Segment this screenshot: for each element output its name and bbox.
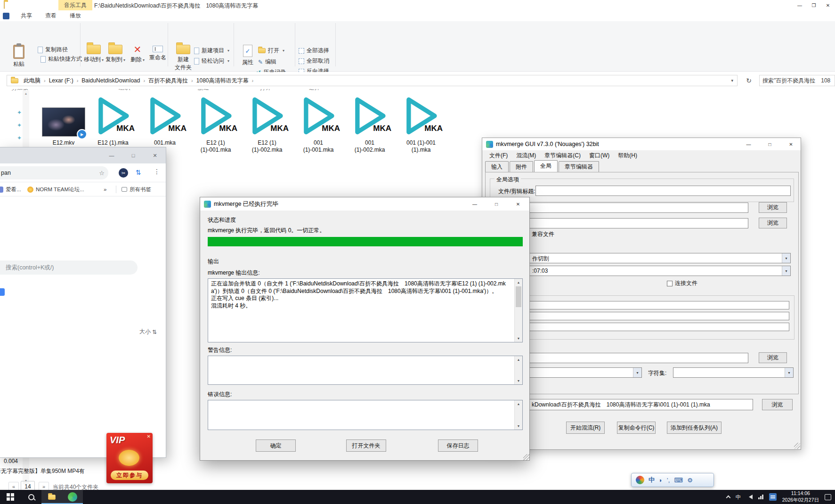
ime-mode-toggle[interactable]: 中 <box>649 476 655 484</box>
webm-compatible-label[interactable]: 兼容文件 <box>532 230 554 238</box>
browser-menu-icon[interactable]: ⋮ <box>154 168 160 175</box>
bookmarks-overflow-icon[interactable]: » <box>104 182 106 196</box>
scrollbar-thumb[interactable] <box>516 286 521 307</box>
paste-button[interactable]: 粘贴 <box>8 45 30 68</box>
all-bookmarks-button[interactable]: 所有书签 <box>122 182 151 196</box>
scroll-up-icon[interactable]: ▲ <box>515 279 522 286</box>
resize-grip[interactable] <box>523 454 529 460</box>
taskbar-explorer-button[interactable] <box>41 490 62 504</box>
tab-chapter-editor[interactable]: 章节编辑器 <box>559 161 599 172</box>
close-icon[interactable]: ✕ <box>507 197 529 211</box>
browser-titlebar[interactable]: — □ ✕ <box>0 147 166 163</box>
tab-input[interactable]: 输入 <box>485 161 509 172</box>
open-folder-button[interactable]: 打开文件夹 <box>346 439 386 452</box>
taskbar-clock[interactable]: 11:14:06 2026年02月27日 <box>782 490 819 503</box>
split-mode-select[interactable]: 作切割 ▾ <box>492 253 791 263</box>
save-log-button[interactable]: 保存日志 <box>438 439 478 452</box>
split-time-select[interactable]: :07:03 ▾ <box>492 266 791 276</box>
maximize-icon[interactable]: □ <box>759 138 780 150</box>
restore-icon[interactable]: ❐ <box>807 0 821 10</box>
close-icon[interactable]: ✕ <box>147 434 151 439</box>
new-item-button[interactable]: 新建项目 ▾ <box>194 47 229 55</box>
file-item[interactable]: MKA 001 (1)-001 (1).mka <box>396 93 446 154</box>
input-field[interactable] <box>492 353 748 363</box>
maximize-icon[interactable]: □ <box>122 147 144 163</box>
input-field[interactable] <box>493 301 789 309</box>
close-icon[interactable]: ✕ <box>780 138 802 150</box>
maximize-icon[interactable]: □ <box>486 197 507 211</box>
browse-button[interactable]: 浏览 <box>759 352 787 363</box>
input-field[interactable] <box>492 218 748 228</box>
address-dropdown-icon[interactable]: ▾ <box>731 78 733 83</box>
keyboard-icon[interactable]: ⌨ <box>674 477 683 484</box>
refresh-button[interactable]: ↻ <box>743 75 754 86</box>
volume-icon[interactable] <box>746 495 753 499</box>
menu-item[interactable]: 文件(F) <box>485 152 512 160</box>
input-field[interactable] <box>493 312 789 320</box>
tab-view[interactable]: 查看 <box>39 10 63 21</box>
taskbar-browser-button[interactable] <box>62 490 83 504</box>
input-field[interactable] <box>492 203 748 213</box>
delete-button[interactable]: ✕ 删除▾ <box>128 45 147 64</box>
input-field[interactable] <box>493 323 789 331</box>
new-folder-button[interactable]: 新建 文件夹 <box>172 45 194 72</box>
bookmark-item[interactable]: 爱看... <box>0 182 21 196</box>
grid-view-icon[interactable] <box>0 288 5 296</box>
copy-to-button[interactable]: 复制到▾ <box>105 45 126 64</box>
browse-output-button[interactable]: 浏览 <box>762 399 793 410</box>
ok-button[interactable]: 确定 <box>256 439 296 452</box>
ime-indicator[interactable]: 中 <box>736 494 741 501</box>
move-to-button[interactable]: 移动到▾ <box>83 45 105 64</box>
breadcrumb-item[interactable]: 此电脑 › <box>21 77 47 85</box>
file-item[interactable]: MKA 001 (1)-001.mka <box>293 93 343 154</box>
breadcrumb-item[interactable]: 百折不挠具海拉 › <box>146 77 194 85</box>
vertical-scrollbar[interactable]: ▲ ▼ <box>514 279 522 342</box>
close-icon[interactable]: ✕ <box>821 0 835 10</box>
ime-logo-icon[interactable] <box>636 476 644 484</box>
select-none-button[interactable]: 全部取消 <box>299 57 329 65</box>
address-omnibox[interactable]: pan ☆ <box>0 166 108 179</box>
menu-item[interactable]: 混流(M) <box>512 152 540 160</box>
file-item[interactable]: MKA 001 (1)-002.mka <box>345 93 395 154</box>
copy-path-button[interactable]: 复制路径 <box>38 46 68 54</box>
file-menu-icon[interactable] <box>3 13 9 19</box>
breadcrumb-item[interactable]: 1080高清韩语无字幕 › <box>194 77 254 85</box>
network-icon[interactable] <box>758 495 763 499</box>
nav-scrollbar[interactable]: ▲ <box>23 90 29 147</box>
add-to-job-queue-button[interactable]: 添加到任务队列(A) <box>667 422 722 434</box>
tab-play[interactable]: 播放 <box>63 10 88 21</box>
minimize-icon[interactable]: — <box>793 0 807 10</box>
errors-box[interactable]: ▲ ▼ <box>208 400 523 430</box>
link-files-checkbox[interactable]: 连接文件 <box>667 279 697 287</box>
select-all-button[interactable]: 全部选择 <box>299 47 329 55</box>
file-item[interactable]: MKA E12 (1).mka <box>88 93 138 146</box>
scroll-up-icon[interactable]: ▲ <box>515 400 522 407</box>
scroll-up-icon[interactable]: ▲ <box>515 356 522 363</box>
menu-item[interactable]: 章节编辑器(C) <box>540 152 585 160</box>
breadcrumb-item[interactable]: BaiduNetdiskDownload › <box>79 77 146 84</box>
dialog-titlebar[interactable]: mkvmerge 已经执行完毕 — □ ✕ <box>200 197 529 211</box>
rename-button[interactable]: 重命名 <box>147 46 169 62</box>
tray-expand-icon[interactable] <box>726 496 730 500</box>
minimize-icon[interactable]: — <box>464 197 486 211</box>
browse-button[interactable]: 浏览 <box>759 202 787 213</box>
file-item[interactable]: ▶ E12.mkv <box>39 93 89 146</box>
page-search-input[interactable]: 搜索(control+K或/) <box>0 260 138 275</box>
minimize-icon[interactable]: — <box>101 147 122 163</box>
tab-share[interactable]: 共享 <box>14 10 39 21</box>
vip-ad-banner[interactable]: ✕ VIP 立即参与 <box>106 433 153 483</box>
vertical-scrollbar[interactable]: ▲ ▼ <box>514 356 522 384</box>
bookmark-star-icon[interactable]: ☆ <box>99 170 105 177</box>
start-muxing-button[interactable]: 开始混流(R) <box>566 422 605 434</box>
scroll-down-icon[interactable]: ▼ <box>515 335 522 342</box>
mkvmerge-titlebar[interactable]: mkvmerge GUI v7.3.0 ('Nouages') 32bit — … <box>482 138 801 150</box>
pin-icon[interactable]: ✦ <box>17 135 22 141</box>
settings-icon[interactable]: ⚙ <box>687 477 693 484</box>
input-method-icon[interactable] <box>769 493 777 501</box>
menu-item[interactable]: 窗口(W) <box>585 152 614 160</box>
menu-item[interactable]: 帮助(H) <box>614 152 641 160</box>
tab-global[interactable]: 全局 <box>534 160 558 172</box>
output-log-box[interactable]: 正在追加合并轨道 0（自文件 1 ('F:\BaiduNetdiskDownlo… <box>208 278 523 342</box>
properties-button[interactable]: ✓ 属性 <box>238 45 257 66</box>
pin-icon[interactable]: ✦ <box>17 122 22 129</box>
